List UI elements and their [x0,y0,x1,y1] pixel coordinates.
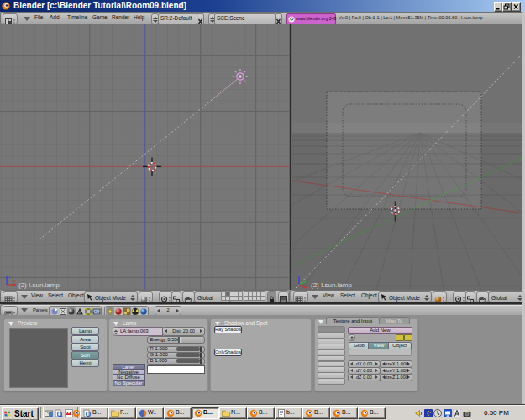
close-button[interactable] [512,2,521,12]
texture-browse-button[interactable] [349,334,355,341]
no-specular-toggle[interactable]: No Specular [113,380,145,386]
view-menu[interactable]: View [31,292,43,298]
map-to-tab[interactable]: Map To [379,317,410,324]
texture-panel-collapse[interactable] [318,320,323,324]
select-menu-right[interactable]: Select [340,292,355,298]
texture-subcontext-icon[interactable] [123,307,131,316]
lamp-type-sun[interactable]: Sun [71,351,99,360]
task-button-1[interactable]: B... [81,407,108,419]
viewport-type-button-right[interactable] [293,291,308,302]
editing-context-icon[interactable] [84,307,92,316]
task-button-8[interactable]: b... [275,407,302,419]
ray-shadow-button[interactable]: Ray Shadow [214,326,242,333]
task-button-11[interactable]: B... [358,407,386,419]
lamp-type-spot[interactable]: Spot [71,343,99,351]
window-titlebar[interactable]: Blender [c:\Blender Tutorial\Room09.blen… [0,0,525,12]
task-button-5-active[interactable]: B... [192,407,219,419]
blue-slider-knob[interactable] [200,359,202,365]
object-menu-right[interactable]: Object [361,292,377,298]
quicklaunch-explorer-icon[interactable] [55,409,63,417]
viewport-menu-collapse-right[interactable] [312,295,318,299]
lamp-type-lamp[interactable]: Lamp [71,327,99,335]
task-button-7[interactable]: B... [247,407,275,419]
layer-buttons-group1[interactable] [221,292,242,301]
texture-slot-10[interactable] [318,378,345,385]
lamp-subcontext-icon[interactable] [106,307,114,316]
world-subcontext-icon[interactable] [139,307,148,316]
task-button-10[interactable]: B... [330,407,358,419]
proportional-edit-button[interactable] [171,291,181,302]
select-menu[interactable]: Select [48,292,63,298]
lamp-name-field[interactable]: LA:lamp.003 [118,327,163,336]
blue-slider[interactable]: B 1.000 [147,358,205,365]
viewport-menu-collapse[interactable] [21,295,28,299]
logic-context-icon[interactable] [50,307,59,316]
task-button-6[interactable]: N... [219,407,247,419]
manipulator-button[interactable] [182,291,195,302]
lamp-color-swatch[interactable] [147,365,205,374]
tray-icon-4[interactable] [444,409,452,417]
panels-menu[interactable]: Panels [33,307,48,312]
task-button-3[interactable]: W.. [136,407,164,419]
menu-file[interactable]: File [34,14,43,20]
draw-mode-dropdown[interactable] [139,291,153,302]
viewport-type-button[interactable] [3,291,18,302]
view-menu-right[interactable]: View [323,292,334,298]
mode-dropdown-right[interactable]: Object Mode [378,291,432,302]
energy-slider[interactable]: Energy 0.550 [147,336,205,344]
task-button-2[interactable]: F... [108,407,136,419]
preview-panel-collapse[interactable] [8,322,13,326]
sizez-field[interactable]: sizeZ 1.000 [380,374,412,381]
layer-buttons-group2[interactable] [244,292,265,301]
task5-blender-icon [194,409,202,417]
tray-icon-6[interactable] [463,409,471,417]
object-context-icon[interactable] [76,307,84,316]
menu-add[interactable]: Add [50,14,60,20]
manipulator-button-right[interactable] [476,291,489,302]
quicklaunch-outlook-icon[interactable] [45,409,53,417]
scene-context-icon[interactable] [92,307,101,316]
orientation-dropdown-right[interactable]: Global [488,291,525,302]
only-shadow-button[interactable]: OnlyShadow [214,349,242,356]
proportional-edit-button-right[interactable] [465,291,475,302]
object-name-field[interactable] [349,349,412,356]
texture-arrow-button-2[interactable] [404,334,412,342]
menu-timeline[interactable]: Timeline [67,14,87,20]
texture-arrow-button-1[interactable] [396,334,404,342]
energy-slider-knob[interactable] [178,337,181,343]
viewport-right[interactable]: (2) I.sun.lamp [292,24,525,290]
tray-icon-5[interactable] [453,409,461,417]
tray-icon-2[interactable] [424,409,433,417]
radiosity-subcontext-icon[interactable] [131,307,139,316]
menu-game[interactable]: Game [92,14,108,20]
viewport-left[interactable]: z x (2) I.sun.lamp [0,24,290,290]
object-menu[interactable]: Object [68,292,84,298]
script-context-icon[interactable] [59,307,67,316]
texture-input-tab[interactable]: Texture and Input [326,317,380,324]
task-button-4[interactable]: B... [164,407,192,419]
dz-field[interactable]: dZ 0.00 [348,374,381,381]
tray-icon-3[interactable] [433,409,442,417]
material-subcontext-icon[interactable] [114,307,123,316]
menu-collapse-arrow[interactable] [24,17,30,21]
dist-field[interactable]: Dist: 20.00 [162,327,205,336]
lamp-panel-collapse[interactable] [113,322,118,326]
add-new-button[interactable]: Add New [348,327,412,334]
lamp-type-hemi[interactable]: Hemi [71,359,99,367]
task-button-9[interactable]: B... [302,407,330,419]
mode-icon-right [381,293,388,301]
menu-render[interactable]: Render [112,14,129,20]
draw-mode-dropdown-right[interactable] [433,291,447,302]
buttons-menu-collapse[interactable] [21,308,28,312]
shading-context-icon[interactable] [67,307,76,316]
menu-help[interactable]: Help [134,14,144,20]
task4-label: B... [176,409,185,415]
windows-flag-icon [3,409,13,418]
render-preview-button[interactable] [278,291,289,302]
lock-layers-button[interactable] [267,291,276,302]
mode-dropdown[interactable]: Object Mode [84,291,138,302]
start-button[interactable]: Start [2,407,39,420]
lamp-type-area[interactable]: Area [71,335,99,344]
tray-volume-icon[interactable] [415,409,423,417]
restore-button[interactable] [502,2,512,12]
